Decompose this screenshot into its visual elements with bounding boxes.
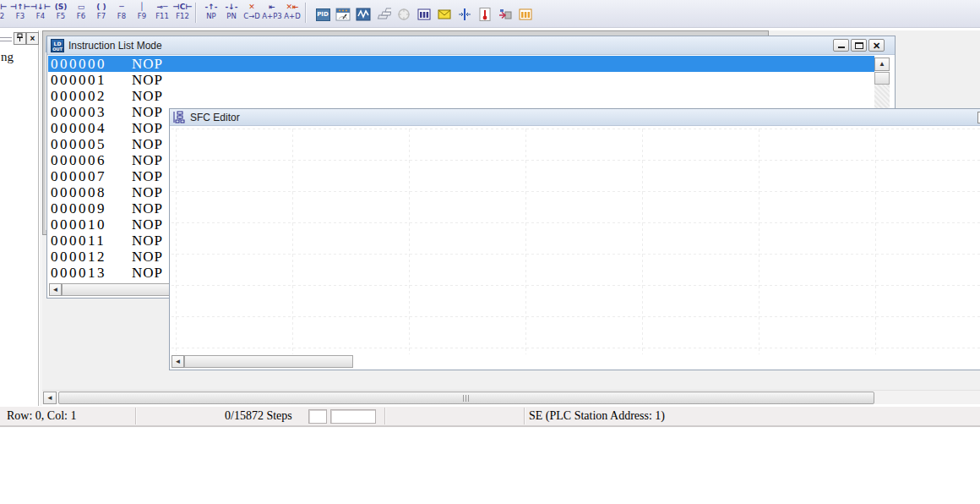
scrollbar-grip-icon: [463, 395, 471, 402]
left-panel-header[interactable]: ×: [0, 32, 38, 47]
close-button[interactable]: ✕: [868, 39, 885, 52]
horizontal-scrollbar[interactable]: ◄: [172, 355, 353, 368]
device-registers-icon[interactable]: [414, 4, 434, 25]
instruction-mnemonic: NOP: [130, 249, 163, 266]
toolbar-button-label: F12: [172, 12, 193, 20]
toolbar-button-label: F3: [10, 12, 30, 20]
toolbar-button-F12[interactable]: ⊣C⊢F12: [172, 0, 193, 25]
minimize-button[interactable]: [833, 39, 849, 52]
toolbar-button-F8[interactable]: ─F8: [112, 0, 132, 25]
step-address: 000010: [48, 216, 130, 233]
toolbar-button-A+D[interactable]: ✕⇤A+D: [282, 0, 302, 25]
mdi-horizontal-scrollbar[interactable]: ◄: [42, 390, 980, 404]
toolbar-glyph-icon: ─: [112, 3, 132, 12]
step-address: 000008: [48, 184, 130, 201]
toolbar-glyph-icon: ⇤: [262, 3, 282, 12]
instruction-mnemonic: NOP: [130, 88, 163, 105]
toolbar-glyph-icon: ⊸─: [152, 3, 172, 12]
toolbar-button-F2[interactable]: ⊣⊢F2: [0, 0, 10, 25]
instruction-mnemonic: NOP: [130, 216, 163, 233]
message-icon[interactable]: [434, 4, 455, 25]
toolbar-button-F4[interactable]: ⊣↓⊢F4: [30, 0, 51, 25]
scroll-left-icon[interactable]: ◄: [172, 355, 184, 368]
instruction-row[interactable]: 000001NOP: [48, 72, 874, 88]
toolbar-button-A+P3[interactable]: ⇤A+P3: [262, 0, 282, 25]
instruction-mnemonic: NOP: [130, 72, 163, 89]
scrollbar-thumb[interactable]: [874, 72, 890, 85]
vertical-scrollbar[interactable]: ▲: [874, 58, 890, 108]
statusbar-plc-mode: SE (PLC Station Address: 1): [529, 409, 665, 423]
sfc-titlebar[interactable]: SFC Editor: [170, 109, 980, 126]
cascade-windows-icon[interactable]: [373, 4, 394, 25]
toolbar-glyph-icon: ✕: [242, 3, 262, 12]
toolbar-button-NP[interactable]: -↑-NP: [201, 0, 221, 25]
step-address: 000001: [48, 72, 130, 89]
statusbar: Row: 0, Col: 1 0/15872 Steps SE (PLC Sta…: [0, 406, 980, 425]
scroll-left-icon[interactable]: ◄: [43, 392, 57, 404]
target-icon-disabled[interactable]: [394, 4, 414, 25]
pid-icon[interactable]: PID: [313, 4, 333, 25]
toolbar-button-label: F11: [152, 12, 172, 20]
toolbar-button-F5[interactable]: (S)F5: [51, 0, 71, 25]
maximize-button[interactable]: [851, 39, 867, 52]
instruction-mnemonic: NOP: [130, 104, 163, 121]
scrollbar-thumb[interactable]: [58, 392, 874, 404]
toolbar-button-F7[interactable]: ( )F7: [91, 0, 112, 25]
insert-line-icon[interactable]: [455, 4, 475, 25]
scroll-left-icon[interactable]: ◄: [49, 283, 62, 296]
scrollbar-thumb[interactable]: [184, 355, 353, 368]
step-address: 000007: [48, 168, 130, 185]
toolbar-glyph-icon: -↓-: [221, 3, 242, 12]
left-panel-text-fragment: ng: [1, 50, 38, 64]
step-address: 000000: [48, 56, 130, 73]
instruction-row[interactable]: 000000NOP: [48, 56, 874, 72]
toolbar-button-F9[interactable]: │F9: [132, 0, 152, 25]
wave-monitor-icon[interactable]: [353, 4, 373, 25]
app-window-bottom-edge: [0, 425, 980, 427]
step-address: 000003: [48, 104, 130, 121]
toolbar-ladder-symbol-group: ⊣⊢F2⊣↑⊢F3⊣↓⊢F4(S)F5▭F6( )F7─F8│F9⊸─F11⊣C…: [0, 0, 193, 25]
toolbar-conversion-group: -↑-NP-↓-PN✕C→D⇤A+P3✕⇤A+D: [201, 0, 302, 25]
toolbar-button-F11[interactable]: ⊸─F11: [152, 0, 172, 25]
toolbar-button-F6[interactable]: ▭F6: [71, 0, 91, 25]
toolbar-glyph-icon: │: [132, 3, 152, 12]
close-icon[interactable]: ×: [26, 32, 39, 45]
mdi-workspace: LD OUT Instruction List Mode ✕ 000000NOP…: [42, 30, 980, 404]
statusbar-indicator-box: [308, 409, 327, 424]
pin-icon[interactable]: [14, 32, 26, 45]
export-icon[interactable]: [495, 4, 515, 25]
statusbar-separator: [524, 408, 525, 425]
toolbar-separator: [195, 3, 197, 23]
instruction-mnemonic: NOP: [130, 200, 163, 217]
sfc-icon: [173, 111, 186, 123]
left-docked-panel: × ng: [0, 30, 39, 406]
toolbar-button-PN[interactable]: -↓-PN: [221, 0, 242, 25]
toolbar-separator: [305, 3, 307, 23]
device-registers-orange-icon[interactable]: [515, 4, 536, 25]
instruction-mnemonic: NOP: [130, 168, 163, 185]
step-address: 000006: [48, 152, 130, 169]
statusbar-field: [330, 409, 376, 424]
toolbar-button-label: A+D: [282, 12, 302, 20]
sfc-editor-window: SFC Editor ◄: [169, 108, 980, 370]
instruction-mnemonic: NOP: [130, 136, 163, 153]
scroll-up-icon[interactable]: ▲: [874, 58, 890, 71]
thermometer-icon[interactable]: [475, 4, 495, 25]
toolbar-glyph-icon: -↑-: [201, 3, 221, 12]
sfc-canvas[interactable]: [171, 127, 980, 354]
toolbar-glyph-icon: ▭: [71, 3, 91, 12]
toolbar-glyph-icon: ⊣↓⊢: [30, 3, 51, 12]
toolbar-button-label: PN: [221, 12, 242, 20]
toolbar-button-F3[interactable]: ⊣↑⊢F3: [10, 0, 30, 25]
statusbar-steps: 0/15872 Steps: [225, 409, 292, 423]
toolbar-button-C→D[interactable]: ✕C→D: [242, 0, 262, 25]
ld-out-icon: LD OUT: [51, 39, 64, 52]
toolbar-button-label: F8: [112, 12, 132, 20]
step-address: 000011: [48, 233, 130, 249]
instruction-mnemonic: NOP: [130, 152, 163, 169]
meter-icon[interactable]: [333, 4, 353, 25]
instruction-list-titlebar[interactable]: LD OUT Instruction List Mode ✕: [47, 36, 895, 55]
instruction-mnemonic: NOP: [130, 184, 163, 201]
window-title-instruction-list: Instruction List Mode: [68, 40, 162, 52]
instruction-row[interactable]: 000002NOP: [48, 88, 874, 104]
